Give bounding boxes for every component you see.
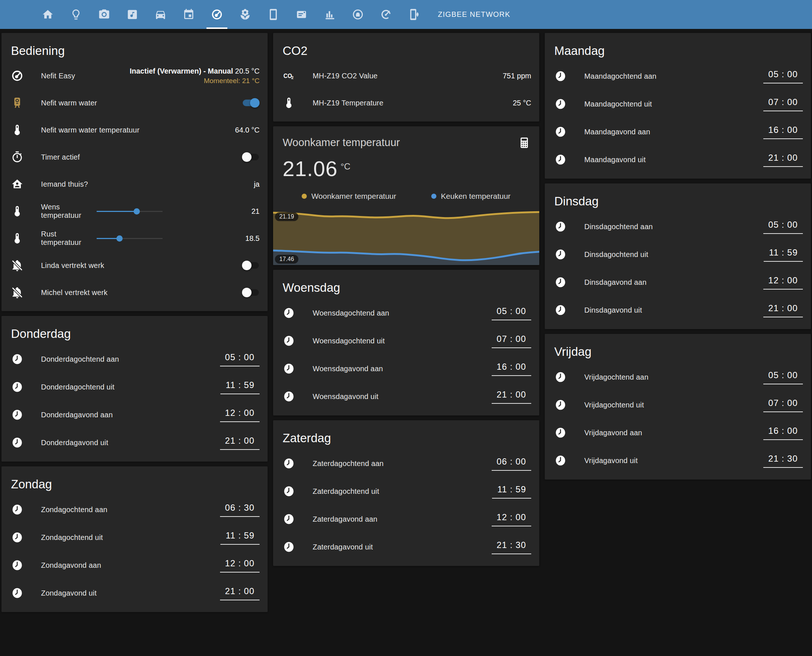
- card-maandag: Maandag Maandagochtend aan 05 : 00 Maand…: [545, 33, 811, 179]
- clock-icon: [554, 371, 567, 383]
- nav-tab-phone-sound[interactable]: [400, 0, 428, 29]
- clock-icon: [554, 454, 567, 467]
- time-input[interactable]: 07 : 00: [763, 97, 803, 111]
- toggle-switch[interactable]: [242, 98, 260, 108]
- time-input[interactable]: 12 : 00: [220, 558, 260, 572]
- toggle-switch[interactable]: [242, 152, 260, 162]
- entity-label: MH-Z19 Temperature: [312, 99, 513, 107]
- entity-state: 751 ppm: [503, 72, 531, 80]
- column-1: Bediening Nefit Easy Inactief (Verwarmen…: [2, 33, 268, 612]
- slider-thumb[interactable]: [116, 235, 123, 241]
- time-input[interactable]: 21 : 30: [763, 453, 803, 468]
- nav-tab-phone[interactable]: [259, 0, 288, 29]
- nav-tab-plants[interactable]: [231, 0, 259, 29]
- time-input[interactable]: 21 : 00: [763, 153, 803, 167]
- time-input[interactable]: 07 : 00: [763, 398, 803, 412]
- calculator-icon[interactable]: [518, 136, 531, 149]
- time-input[interactable]: 05 : 00: [492, 306, 531, 320]
- schedule-label: Donderdagochtend aan: [41, 355, 220, 364]
- entity-state: 25 °C: [513, 99, 531, 107]
- temperature-graph: 21.19 17.46: [273, 209, 539, 265]
- climate-target-temp: 20.5 °C: [235, 67, 260, 75]
- temperature-slider[interactable]: [97, 233, 162, 244]
- clock-icon: [554, 276, 567, 288]
- clock-icon: [11, 559, 23, 571]
- bell-off-icon: [11, 259, 23, 272]
- svg-text:2: 2: [291, 76, 293, 80]
- nav-tab-smoke-detector[interactable]: [344, 0, 372, 29]
- nav-tab-media[interactable]: [118, 0, 147, 29]
- schedule-row: Zaterdagavond aan 12 : 00: [273, 505, 539, 533]
- time-input[interactable]: 11 : 59: [220, 531, 260, 545]
- time-input[interactable]: 06 : 30: [220, 503, 260, 517]
- clock-icon: [554, 427, 567, 439]
- toggle-switch[interactable]: [242, 287, 260, 298]
- clock-icon: [554, 220, 567, 233]
- slider-thumb[interactable]: [134, 208, 140, 215]
- time-input[interactable]: 12 : 00: [763, 275, 803, 289]
- schedule-row: Maandagavond aan 16 : 00: [545, 118, 811, 146]
- nav-tab-climate[interactable]: [203, 0, 231, 29]
- clock-icon: [554, 125, 567, 138]
- temperature-slider[interactable]: [97, 206, 162, 217]
- time-input[interactable]: 05 : 00: [763, 69, 803, 84]
- time-input[interactable]: 05 : 00: [220, 352, 260, 367]
- schedule-row: Woensdagavond aan 16 : 00: [273, 355, 539, 382]
- time-input[interactable]: 21 : 00: [220, 436, 260, 450]
- schedule-row: Zondagavond uit 21 : 00: [2, 579, 268, 607]
- card-zaterdag: Zaterdag Zaterdagochtend aan 06 : 00 Zat…: [273, 420, 539, 566]
- nav-tab-car[interactable]: [147, 0, 175, 29]
- card-title: Maandag: [545, 33, 811, 62]
- clock-icon: [554, 98, 567, 110]
- time-input[interactable]: 11 : 59: [220, 380, 260, 394]
- clock-icon: [554, 248, 567, 261]
- view-title[interactable]: ZIGBEE NETWORK: [438, 10, 510, 19]
- legend-label: Keuken temperatuur: [441, 192, 510, 201]
- time-input[interactable]: 05 : 00: [763, 370, 803, 384]
- schedule-label: Donderdagavond aan: [41, 411, 220, 419]
- card-vrijdag: Vrijdag Vrijdagochtend aan 05 : 00 Vrijd…: [545, 334, 811, 480]
- time-input[interactable]: 21 : 00: [763, 303, 803, 317]
- time-input[interactable]: 12 : 00: [220, 408, 260, 422]
- time-input[interactable]: 21 : 00: [220, 586, 260, 600]
- slider-value: 18.5: [245, 234, 260, 243]
- current-temperature: 21.06°C: [273, 149, 539, 181]
- nav-tab-home[interactable]: [34, 0, 62, 29]
- legend-item-woonkamer: Woonkamer temperatuur: [302, 192, 396, 201]
- nav-tab-cards[interactable]: [288, 0, 316, 29]
- entity-row-nefit-easy[interactable]: Nefit Easy Inactief (Verwarmen) - Manual…: [2, 62, 268, 89]
- card-title: Dinsdag: [545, 183, 811, 213]
- schedule-row: Maandagochtend aan 05 : 00: [545, 62, 811, 90]
- nav-tab-gauges[interactable]: [372, 0, 400, 29]
- time-input[interactable]: 11 : 59: [764, 248, 803, 262]
- temperature-value: 21.06: [283, 157, 337, 181]
- toggle-switch[interactable]: [242, 260, 260, 271]
- time-input[interactable]: 12 : 00: [492, 512, 531, 526]
- schedule-label: Zondagochtend uit: [41, 533, 220, 542]
- schedule-label: Vrijdagavond uit: [584, 456, 763, 465]
- schedule-row: Vrijdagochtend uit 07 : 00: [545, 391, 811, 419]
- time-input[interactable]: 16 : 00: [763, 426, 803, 440]
- card-title: Zondag: [2, 466, 268, 496]
- schedule-row: Donderdagochtend uit 11 : 59: [2, 373, 268, 401]
- time-input[interactable]: 06 : 00: [492, 456, 531, 471]
- entity-label: Nefit Easy: [41, 72, 130, 80]
- schedule-row: Vrijdagavond uit 21 : 30: [545, 447, 811, 475]
- time-input[interactable]: 05 : 00: [763, 220, 803, 234]
- schedule-row: Zaterdagochtend aan 06 : 00: [273, 450, 539, 477]
- time-input[interactable]: 16 : 00: [492, 362, 531, 376]
- schedule-label: Maandagochtend uit: [584, 100, 763, 108]
- nav-tab-lights[interactable]: [62, 0, 90, 29]
- time-input[interactable]: 16 : 00: [763, 125, 803, 139]
- time-input[interactable]: 21 : 00: [492, 390, 531, 404]
- card-title: Woensdag: [273, 270, 539, 299]
- nav-tab-stats[interactable]: [316, 0, 344, 29]
- series-value-badge-keuken: 17.46: [275, 255, 299, 264]
- time-input[interactable]: 21 : 30: [492, 540, 531, 554]
- clock-icon: [11, 381, 23, 393]
- schedule-label: Vrijdagochtend uit: [584, 401, 763, 409]
- time-input[interactable]: 11 : 59: [492, 484, 531, 498]
- nav-tab-cameras[interactable]: [90, 0, 118, 29]
- nav-tab-calendar[interactable]: [175, 0, 203, 29]
- time-input[interactable]: 07 : 00: [492, 334, 531, 348]
